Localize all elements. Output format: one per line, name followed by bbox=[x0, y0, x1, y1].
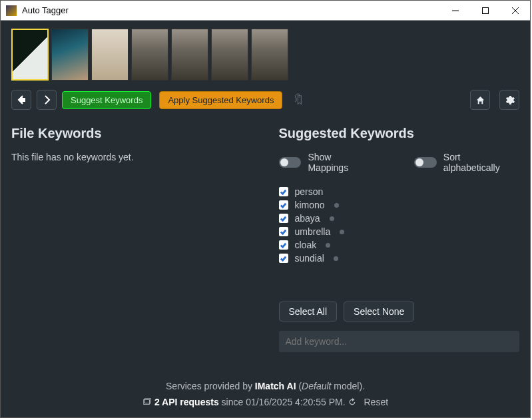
file-keywords-empty-msg: This file has no keywords yet. bbox=[11, 152, 252, 162]
keyword-label: person bbox=[295, 186, 324, 197]
thumbnail[interactable] bbox=[91, 29, 129, 81]
checkbox[interactable] bbox=[279, 200, 288, 210]
app-icon bbox=[6, 5, 17, 16]
add-keyword-input[interactable] bbox=[279, 331, 520, 352]
home-button[interactable] bbox=[470, 90, 490, 110]
keyword-item[interactable]: umbrella bbox=[279, 226, 520, 237]
checkbox[interactable] bbox=[279, 187, 288, 196]
sort-alpha-toggle[interactable]: Sort alphabetically bbox=[414, 152, 519, 173]
reset-link[interactable]: Reset bbox=[364, 397, 388, 407]
close-button[interactable] bbox=[500, 1, 530, 21]
keyword-label: umbrella bbox=[295, 226, 331, 237]
svg-rect-1 bbox=[482, 7, 488, 13]
keyword-label: kimono bbox=[295, 200, 325, 210]
show-mappings-toggle[interactable]: Show Mappings bbox=[279, 152, 374, 173]
titlebar: Auto Tagger bbox=[1, 1, 530, 21]
toggle-label: Sort alphabetically bbox=[443, 152, 519, 173]
maximize-button[interactable] bbox=[470, 1, 500, 21]
prev-button[interactable] bbox=[11, 90, 31, 110]
confidence-dot bbox=[326, 243, 330, 248]
toolbar: Suggest Keywords Apply Suggested Keyword… bbox=[11, 90, 519, 110]
keyword-item[interactable]: cloak bbox=[279, 240, 520, 250]
checkbox[interactable] bbox=[279, 227, 288, 236]
file-keywords-heading: File Keywords bbox=[11, 126, 252, 141]
keyword-label: sundial bbox=[295, 253, 324, 264]
footer: Services provided by IMatch AI (Default … bbox=[11, 379, 519, 411]
minimize-button[interactable] bbox=[440, 1, 470, 21]
footer-api-line: 2 API requests since 01/16/2025 4:20:55 … bbox=[11, 395, 519, 411]
checkbox[interactable] bbox=[279, 240, 288, 250]
keyword-item[interactable]: person bbox=[279, 186, 520, 197]
settings-button[interactable] bbox=[499, 90, 519, 110]
confidence-dot bbox=[334, 203, 339, 208]
select-all-button[interactable]: Select All bbox=[279, 302, 338, 321]
select-none-button[interactable]: Select None bbox=[344, 302, 414, 321]
toggle-switch[interactable] bbox=[279, 157, 302, 168]
thumbnail[interactable] bbox=[171, 29, 208, 81]
confidence-dot bbox=[340, 230, 344, 234]
thumbnail[interactable] bbox=[11, 29, 49, 81]
checkbox[interactable] bbox=[279, 254, 288, 263]
confidence-dot bbox=[330, 216, 334, 221]
window-title: Auto Tagger bbox=[22, 5, 440, 15]
thumbnail[interactable] bbox=[51, 29, 89, 81]
thumbnail[interactable] bbox=[131, 29, 168, 81]
next-button[interactable] bbox=[37, 90, 57, 110]
keyword-item[interactable]: abaya bbox=[279, 213, 520, 224]
keyword-item[interactable]: kimono bbox=[279, 200, 520, 210]
cards-icon bbox=[142, 397, 152, 407]
bookmark-icon[interactable]: 🔖︎ bbox=[292, 93, 305, 108]
suggest-keywords-button[interactable]: Suggest Keywords bbox=[62, 91, 151, 109]
file-keywords-panel: File Keywords This file has no keywords … bbox=[11, 126, 252, 352]
keyword-list: personkimonoabayaumbrellacloaksundial bbox=[279, 186, 520, 264]
thumbnail-strip bbox=[11, 29, 519, 81]
thumbnail[interactable] bbox=[211, 29, 248, 81]
reset-icon bbox=[348, 397, 357, 407]
footer-services-line: Services provided by IMatch AI (Default … bbox=[11, 379, 519, 395]
keyword-label: abaya bbox=[295, 213, 320, 224]
toggle-switch[interactable] bbox=[414, 157, 437, 168]
keyword-item[interactable]: sundial bbox=[279, 253, 520, 264]
thumbnail[interactable] bbox=[251, 29, 288, 81]
keyword-label: cloak bbox=[295, 240, 317, 250]
confidence-dot bbox=[334, 256, 338, 261]
suggested-keywords-heading: Suggested Keywords bbox=[279, 126, 520, 141]
suggested-keywords-panel: Suggested Keywords Show Mappings Sort al… bbox=[279, 126, 520, 352]
toggle-label: Show Mappings bbox=[308, 152, 374, 173]
checkbox[interactable] bbox=[279, 214, 288, 223]
apply-keywords-button[interactable]: Apply Suggested Keywords bbox=[159, 91, 282, 109]
